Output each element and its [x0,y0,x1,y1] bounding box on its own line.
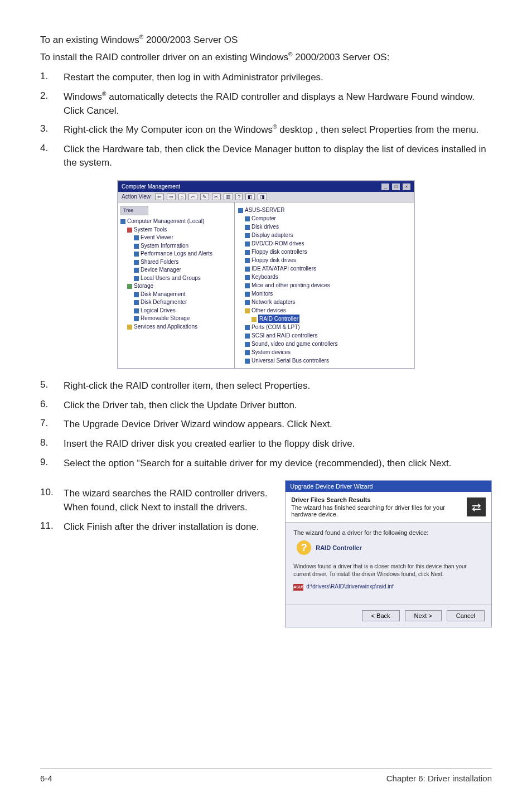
minimize-icon[interactable]: _ [381,183,389,190]
device-item[interactable]: Floppy disk drives [252,257,296,263]
toolbar-button[interactable]: ? [235,194,243,200]
toolbar-button[interactable]: ◧ [245,194,255,200]
page-footer: 6-4 Chapter 6: Driver installation [40,769,492,783]
tree-item[interactable]: Performance Logs and Alerts [141,250,212,257]
toolbar-button[interactable]: ⇒ [167,194,176,200]
computer-management-window: Computer Management _ □ × Action View ⇐ … [117,180,415,369]
wizard-note: Windows found a driver that is a closer … [293,563,483,578]
device-item[interactable]: SCSI and RAID controllers [252,332,317,339]
intro-line-2: To install the RAID controller driver on… [40,51,492,65]
tree-item[interactable]: Logical Drives [141,307,176,313]
steps-list-c: 10.The wizard searches the RAID controll… [40,487,275,534]
wizard-titlebar: Upgrade Device Driver Wizard [286,481,491,492]
tree-item[interactable]: Event Viewer [141,234,173,240]
tree-item[interactable]: Removable Storage [141,315,190,321]
toolbar-button[interactable]: ✂ [212,194,221,200]
device-icon: ⇄ [467,497,486,516]
tree-header: Tree [120,206,148,215]
tree-item[interactable]: Disk Defragmenter [141,299,187,305]
toolbar-button[interactable]: ⇐ [155,194,164,200]
device-item[interactable]: System devices [252,349,291,355]
steps-list-b: 5.Right-click the RAID controller item, … [40,379,492,470]
toolbar-button[interactable]: ▥ [224,194,233,200]
tree-item[interactable]: Services and Applications [134,323,197,330]
toolbar-button[interactable]: ✎ [200,194,209,200]
device-item[interactable]: Sound, video and game controllers [252,341,338,347]
back-button[interactable]: < Back [362,610,400,621]
device-item-selected[interactable]: RAID Controller [258,315,299,323]
device-root[interactable]: ASUS-SERVER [245,207,285,213]
tree-item[interactable]: System Tools [134,226,167,233]
wizard-heading: Driver Files Search Results [291,496,462,503]
device-item[interactable]: Monitors [252,291,273,297]
toolbar-button[interactable]: ⤺ [188,194,197,200]
wizard-subheading: The wizard has finished searching for dr… [291,504,462,518]
device-item[interactable]: Floppy disk controllers [252,249,307,255]
device-item[interactable]: Other devices [252,307,286,313]
tree-item[interactable]: Device Manager [141,267,181,273]
tree-item[interactable]: Disk Management [141,291,186,297]
page-number: 6-4 [40,774,52,783]
question-icon: ? [297,540,311,555]
tree-item[interactable]: System Information [141,243,188,249]
toolbar-button[interactable]: ⌂ [178,194,186,200]
wizard-text: The wizard found a driver for the follow… [293,529,483,536]
device-item[interactable]: DVD/CD-ROM drives [252,240,304,247]
steps-list-a: 1.Restart the computer, then log in with… [40,71,492,170]
next-button[interactable]: Next > [405,610,442,621]
device-item[interactable]: Ports (COM & LPT) [252,324,300,330]
device-item[interactable]: Computer [252,215,276,221]
tree-root[interactable]: Computer Management (Local) [127,218,204,224]
intro-line-1: To an existing Windows® 2000/2003 Server… [40,33,492,47]
window-title: Computer Management [122,183,180,190]
flag-icon: ASUS [293,584,303,591]
device-item[interactable]: IDE ATA/ATAPI controllers [252,265,316,272]
menu-bar[interactable]: Action View [122,194,151,200]
device-item[interactable]: Disk drives [252,224,279,230]
device-item[interactable]: Network adapters [252,299,295,305]
device-item[interactable]: Display adapters [252,232,293,238]
device-item[interactable]: Universal Serial Bus controllers [252,357,329,364]
driver-wizard-window: Upgrade Device Driver Wizard Driver File… [285,480,492,627]
device-item[interactable]: Mice and other pointing devices [252,282,330,288]
tree-item[interactable]: Local Users and Groups [141,275,201,281]
device-item[interactable]: Keyboards [252,274,278,280]
close-icon[interactable]: × [403,183,410,190]
cancel-button[interactable]: Cancel [447,610,485,621]
maximize-icon[interactable]: □ [392,183,400,190]
found-device-name: RAID Controller [316,544,362,551]
tree-item[interactable]: Shared Folders [141,259,178,265]
driver-path: ASUSd:\drivers\RAID\driver\winxp\raid.in… [293,583,483,590]
tree-item[interactable]: Storage [134,283,153,289]
toolbar-button[interactable]: ◨ [258,194,267,200]
chapter-title: Chapter 6: Driver installation [386,774,492,783]
